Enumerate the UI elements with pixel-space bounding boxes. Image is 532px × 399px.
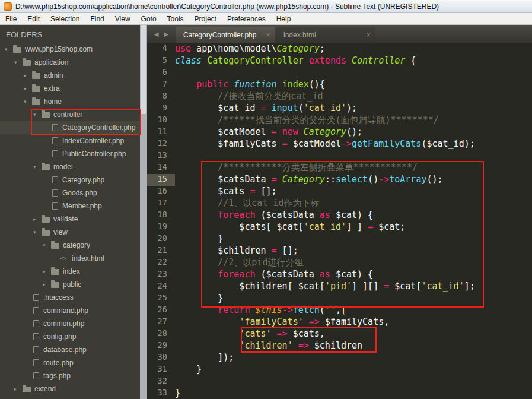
code-line-21[interactable]: 21 $children = [];	[147, 245, 532, 257]
menu-preferences[interactable]: Preferences	[222, 13, 271, 25]
tree-item-database.php[interactable]: database.php	[0, 343, 140, 356]
tree-item-extra[interactable]: ▸extra	[0, 82, 140, 95]
tree-item-category.php[interactable]: Category.php	[0, 173, 140, 186]
tree-item-member.php[interactable]: Member.php	[0, 200, 140, 213]
tab-index.html[interactable]: index.html×	[276, 27, 375, 43]
menu-find[interactable]: Find	[85, 13, 109, 25]
tree-item-extend[interactable]: ▸extend	[0, 382, 140, 395]
tree-item-common.php[interactable]: common.php	[0, 317, 140, 330]
code-line-30[interactable]: 30 ]);	[147, 352, 532, 364]
code-line-24[interactable]: 24 $children[ $cat['pid'] ][] = $cat['ca…	[147, 281, 532, 293]
folder-icon	[51, 269, 59, 275]
tree-item-command.php[interactable]: command.php	[0, 304, 140, 317]
code-line-5[interactable]: 5class CategoryController extends Contro…	[147, 55, 532, 67]
chevron-right-icon: ▸	[24, 72, 31, 78]
tree-item-goods.php[interactable]: Goods.php	[0, 186, 140, 200]
tree-item-config.php[interactable]: config.php	[0, 330, 140, 343]
menu-tools[interactable]: Tools	[162, 13, 189, 25]
menu-edit[interactable]: Edit	[22, 13, 45, 25]
code-line-32[interactable]: 32	[147, 376, 532, 388]
tree-item-publiccontroller.php[interactable]: PublicController.php	[0, 147, 140, 160]
code-line-9[interactable]: 9 $cat_id = input('cat_id');	[147, 103, 532, 115]
code-line-31[interactable]: 31 }	[147, 364, 532, 376]
code-line-23[interactable]: 23 foreach ($catsData as $cat) {	[147, 269, 532, 281]
tab-categorycontroller.php[interactable]: CategoryController.php×	[176, 27, 275, 43]
code-line-17[interactable]: 17 //1、以cat_id作为下标	[147, 198, 532, 210]
tab-back-icon[interactable]: ◀	[154, 31, 159, 37]
code-text: $familyCats = $catModel->getFamilyCats($…	[175, 138, 475, 150]
code-line-13[interactable]: 13	[147, 150, 532, 162]
tree-item-label: controller	[53, 110, 82, 119]
code-area[interactable]: 4use app\home\model\Category;5class Cate…	[147, 43, 532, 399]
sidebar-scrollbar[interactable]	[140, 25, 147, 399]
close-icon[interactable]: ×	[266, 31, 270, 39]
code-text: public function index(){	[175, 79, 325, 91]
code-line-27[interactable]: 27 'familyCats' => $familyCats,	[147, 316, 532, 328]
code-line-18[interactable]: 18 foreach ($catsData as $cat) {	[147, 210, 532, 221]
tree-item-categorycontroller.php[interactable]: CategoryController.php	[0, 121, 140, 134]
code-line-15[interactable]: 15 $catsData = Category::select()->toArr…	[147, 174, 532, 186]
code-line-25[interactable]: 25 }	[147, 293, 532, 305]
code-text: $children = [];	[175, 245, 298, 257]
code-line-6[interactable]: 6	[147, 67, 532, 79]
tree-item-.htaccess[interactable]: .htaccess	[0, 291, 140, 304]
tab-strip: CategoryController.php×index.html×	[176, 27, 376, 43]
menu-view[interactable]: View	[110, 13, 136, 25]
tree-item-tags.php[interactable]: tags.php	[0, 369, 140, 382]
tree-item-index.html[interactable]: <>index.html	[0, 252, 140, 265]
code-text: /******找当前分类的父分类(面包屑导航)********/	[175, 115, 439, 126]
tree-item-category[interactable]: ▾category	[0, 239, 140, 252]
tree-item-index[interactable]: ▸index	[0, 265, 140, 278]
code-text: }	[175, 388, 180, 399]
tree-item-route.php[interactable]: route.php	[0, 356, 140, 369]
title-bar[interactable]: D:\www.php15shop.com\application\home\co…	[0, 0, 532, 13]
menu-file[interactable]: File	[0, 13, 22, 25]
tree-item-validate[interactable]: ▸validate	[0, 213, 140, 226]
tree-item-application[interactable]: ▾application	[0, 56, 140, 69]
tree-item-model[interactable]: ▾model	[0, 160, 140, 173]
code-line-8[interactable]: 8 //接收当前分类的cat_id	[147, 91, 532, 103]
tree-item-label: IndexController.php	[62, 137, 124, 145]
tree-item-indexcontroller.php[interactable]: IndexController.php	[0, 134, 140, 147]
code-line-19[interactable]: 19 $cats[ $cat['cat_id'] ] = $cat;	[147, 221, 532, 233]
tree-item-public[interactable]: ▸public	[0, 278, 140, 291]
code-text: //2、以pid进行分组	[175, 257, 303, 269]
tree-item-view[interactable]: ▾view	[0, 226, 140, 239]
chevron-down-icon: ▾	[5, 46, 12, 52]
menu-goto[interactable]: Goto	[136, 13, 162, 25]
code-line-4[interactable]: 4use app\home\model\Category;	[147, 43, 532, 55]
tree-item-controller[interactable]: ▾controller	[0, 108, 140, 121]
code-line-11[interactable]: 11 $catModel = new Category();	[147, 126, 532, 138]
code-line-12[interactable]: 12 $familyCats = $catModel->getFamilyCat…	[147, 138, 532, 150]
tree-item-www.php15shop.com[interactable]: ▾www.php15shop.com	[0, 43, 140, 56]
menu-bar: FileEditSelectionFindViewGotoToolsProjec…	[0, 13, 532, 25]
close-icon[interactable]: ×	[366, 31, 371, 39]
code-text: /***********分类左侧折叠菜单***********/	[175, 162, 418, 174]
chevron-right-icon: ▸	[43, 268, 50, 274]
line-number: 27	[147, 316, 175, 328]
file-icon	[33, 294, 39, 301]
code-line-14[interactable]: 14 /***********分类左侧折叠菜单***********/	[147, 162, 532, 174]
code-line-22[interactable]: 22 //2、以pid进行分组	[147, 257, 532, 269]
code-line-10[interactable]: 10 /******找当前分类的父分类(面包屑导航)********/	[147, 115, 532, 126]
folder-icon	[42, 112, 50, 118]
code-text: foreach ($catsData as $cat) {	[175, 269, 373, 281]
menu-project[interactable]: Project	[189, 13, 222, 25]
sidebar-scrollbar-thumb[interactable]	[141, 25, 146, 114]
menu-selection[interactable]: Selection	[45, 13, 85, 25]
folder-icon	[23, 387, 31, 392]
code-line-33[interactable]: 33}	[147, 388, 532, 399]
code-text: }	[175, 293, 223, 305]
tab-forward-icon[interactable]: ▶	[164, 31, 169, 37]
menu-help[interactable]: Help	[271, 13, 297, 25]
code-line-20[interactable]: 20 }	[147, 233, 532, 245]
code-line-16[interactable]: 16 $cats = [];	[147, 186, 532, 198]
code-line-7[interactable]: 7 public function index(){	[147, 79, 532, 91]
tree-item-admin[interactable]: ▸admin	[0, 69, 140, 82]
code-line-29[interactable]: 29 'children' => $children	[147, 340, 532, 352]
code-line-26[interactable]: 26 return $this->fetch('',[	[147, 305, 532, 316]
tab-bar: ◀ ▶ CategoryController.php×index.html×	[147, 25, 532, 43]
tree-item-home[interactable]: ▾home	[0, 95, 140, 108]
code-line-28[interactable]: 28 'cats' => $cats,	[147, 328, 532, 340]
line-number: 7	[147, 79, 175, 91]
